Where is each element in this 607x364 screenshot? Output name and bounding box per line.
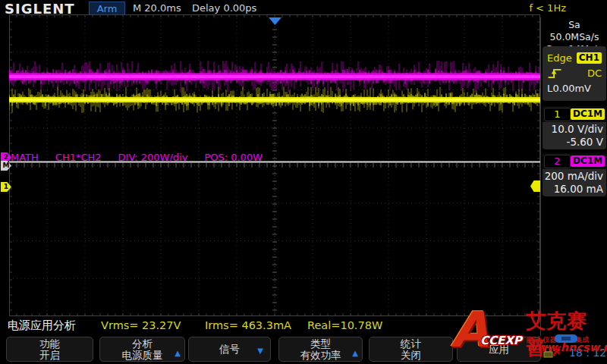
menu-button-label: 应用 xyxy=(489,344,509,355)
analysis-title: 电源应用分析 xyxy=(8,318,76,333)
menu-button-value: 电源质量 xyxy=(122,350,163,361)
menu-button-label: 分析 xyxy=(132,338,153,350)
menu-button-label: 信号 xyxy=(219,344,240,355)
menu-button-function[interactable]: 功能 开启 xyxy=(6,337,93,362)
channel1-offset: -5.60 V xyxy=(543,136,603,149)
channel2-coupling-badge: DC1M xyxy=(571,155,605,167)
menu-button-type[interactable]: 类型 有效功率 ▲ xyxy=(278,337,363,362)
math-expression: CH1*CH2 xyxy=(55,152,102,163)
menu-button-label: 统计 xyxy=(401,338,421,350)
menu-button-signal[interactable]: 信号 ▼ xyxy=(188,337,271,362)
channel1-number: 1 xyxy=(544,108,571,121)
math-label: MATH xyxy=(11,152,39,163)
menu-button-analysis[interactable]: 分析 电源质量 ▲ xyxy=(99,337,185,362)
menu-button-apply[interactable]: 应用 xyxy=(457,337,541,362)
menu-button-label: 类型 xyxy=(310,338,331,350)
delay-readout: Delay 0.00ps xyxy=(192,2,256,14)
irms-readout: Irms= 463.3mA xyxy=(205,319,291,331)
channel2-info-box[interactable]: 2 DC1M 200 mA/div 16.00 mA xyxy=(543,153,606,196)
trigger-level-value: 0.00mV xyxy=(552,83,591,94)
channel1-coupling-badge: DC1M xyxy=(571,108,605,120)
menu-button-label: 功能 xyxy=(39,338,60,350)
arrow-up-icon: ▲ xyxy=(352,347,358,359)
sample-rate: Sa 50.0MSa/s xyxy=(543,19,606,43)
real-power-readout: Real=10.78W xyxy=(307,319,382,331)
oscilloscope-screen: SIGLENT Arm M 20.0ms Delay 0.00ps f < 1H… xyxy=(0,0,607,364)
vrms-readout: Vrms= 23.27V xyxy=(101,319,181,331)
menu-button-value: 开启 xyxy=(39,350,60,361)
math-scale: DIV: 200W/div xyxy=(118,152,188,163)
trigger-type: Edge xyxy=(547,52,572,64)
channel2-number: 2 xyxy=(544,155,571,168)
channel1-info-box[interactable]: 1 DC1M 10.0 V/div -5.60 V xyxy=(543,106,606,149)
math-info-row: MATHCH1*CH2DIV: 200W/divPOS: 0.00W xyxy=(11,152,279,162)
timebase-readout: M 20.0ms xyxy=(133,2,181,14)
waveform-display xyxy=(9,14,540,316)
arrow-down-icon: ▼ xyxy=(257,345,263,356)
arrow-up-icon: ▲ xyxy=(175,347,181,359)
rising-edge-icon xyxy=(547,67,562,79)
trigger-level-prefix: L xyxy=(547,83,552,94)
menu-button-statistics[interactable]: 统计 关闭 xyxy=(369,337,453,362)
channel1-scale: 10.0 V/div xyxy=(543,123,603,136)
right-sidebar: Sa 50.0MSa/s Curr 14Mpts Edge CH1 DC L 0… xyxy=(540,17,607,336)
channel2-offset: 16.00 mA xyxy=(543,183,603,196)
frequency-counter: f < 1Hz xyxy=(529,2,566,14)
device-disconnected-icon: ✗ xyxy=(551,343,563,359)
trigger-coupling: DC xyxy=(587,67,602,79)
channel2-scale: 200 mA/div xyxy=(543,170,603,183)
trigger-info-box[interactable]: Edge CH1 DC L 0.00mV xyxy=(543,46,606,101)
graticule-and-traces xyxy=(9,14,540,316)
menu-button-value: 有效功率 xyxy=(300,350,341,361)
clock: 18 : 12 xyxy=(569,347,606,359)
math-position: POS: 0.00W xyxy=(204,152,263,163)
trigger-source-badge: CH1 xyxy=(577,52,602,64)
menu-button-value: 关闭 xyxy=(401,350,421,361)
